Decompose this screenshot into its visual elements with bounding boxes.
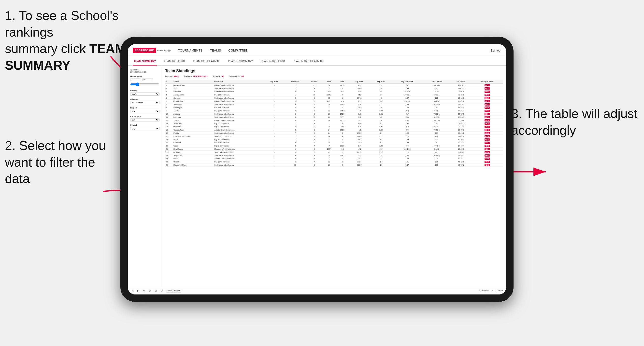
nav-bar: SCOREBOARD Powered by clippi TOURNAMENTS… xyxy=(128,44,506,57)
cell-no-tour: 7 xyxy=(306,151,323,154)
table-row: 15 Georgia Tech Atlantic Coast Conferenc… xyxy=(165,128,503,132)
cell-overall-record: 262 xyxy=(422,106,451,109)
cell-conference: Southeastern Conference xyxy=(214,90,264,93)
cell-avg-rank: - xyxy=(264,132,285,135)
table-row: 20 Texas Big 12 Conference - 3 7 7 278.9… xyxy=(165,144,503,148)
col-vs-top25: Vs Top 25 xyxy=(451,80,471,84)
cell-conference: Pac-12 Conference xyxy=(214,160,264,164)
tab-player-h2h-heatmap[interactable]: PLAYER H2H HEATMAP xyxy=(292,57,324,65)
cell-rnds: 23 xyxy=(323,112,336,116)
view-original-button[interactable]: View: Original xyxy=(166,289,181,293)
filter-max-input[interactable] xyxy=(142,79,153,81)
cell-conference: Big 12 Conference xyxy=(214,125,264,128)
cell-avg-rank: - xyxy=(264,164,285,167)
toolbar-expand[interactable]: ⤢ xyxy=(490,289,494,293)
cell-avg-par: 1.44 xyxy=(370,144,392,148)
cell-wins: 6 xyxy=(336,87,349,90)
col-avg-par: Avg. to Par xyxy=(370,80,392,84)
cell-school: Oregon xyxy=(173,160,214,164)
cell-vs-top50-pts: 87.21 xyxy=(471,87,503,90)
tab-team-h2h-heatmap[interactable]: TEAM H2H HEATMAP xyxy=(192,57,221,65)
cell-overall-record: 83-15-0 xyxy=(422,119,451,122)
filter-min-slider[interactable] xyxy=(130,82,160,86)
cell-avg-par: 2.11 xyxy=(370,103,392,106)
cell-overall-record: 260 xyxy=(422,141,451,144)
update-time: Update time: 27/03/2024 16:56:26 xyxy=(130,69,160,73)
cell-vs-top50-pts: 85.49 xyxy=(471,106,503,109)
cell-avg-par: 2.7 xyxy=(370,84,392,87)
cell-no-tour: 23 xyxy=(306,84,323,87)
cell-school: Georgia xyxy=(173,151,214,154)
cell-conference: Big 12 Conference xyxy=(214,144,264,148)
cell-vs-top25: 79-25-1 xyxy=(451,93,471,96)
cell-rnds: 24 xyxy=(323,132,336,135)
division-select[interactable]: NCAA Division I NCAA Division II NCAA Di… xyxy=(130,101,160,104)
toolbar-forward[interactable]: ▶ xyxy=(136,289,140,293)
cell-no-tour: 9 xyxy=(306,148,323,151)
cell-wins: 4 xyxy=(336,132,349,135)
watch-button[interactable]: 👁 Watch ▾ xyxy=(479,290,489,292)
table-row: 19 California Pac-12 Conference - 4 8 24… xyxy=(165,141,503,144)
cell-school: Texas Tech xyxy=(173,122,214,125)
filter-min-input[interactable] xyxy=(130,79,141,81)
cell-rnds: 2 xyxy=(323,125,336,128)
cell-conference: Atlantic Coast Conference xyxy=(214,119,264,122)
toolbar-home[interactable]: ⊙ xyxy=(148,289,152,293)
cell-conf-rank: 1 xyxy=(284,135,306,138)
logo: SCOREBOARD xyxy=(133,48,156,53)
toolbar-clock[interactable]: ⏱ xyxy=(160,289,164,293)
cell-avg-low: 2.88 xyxy=(392,87,422,90)
cell-avg-par: -5.8 xyxy=(370,151,392,154)
cell-school: Tennessee xyxy=(173,103,214,106)
cell-avg-par: -6 xyxy=(370,106,392,109)
gender-select[interactable]: Men's Women's xyxy=(130,93,160,96)
cell-no-tour: 9 xyxy=(306,87,323,90)
nav-teams[interactable]: TEAMS xyxy=(210,49,221,52)
sign-out-link[interactable]: Sign out xyxy=(490,49,501,52)
cell-avg-rank: - xyxy=(264,144,285,148)
cell-conf-rank: 3 xyxy=(284,96,306,100)
cell-rnds: 21 xyxy=(323,151,336,154)
cell-vs-top50-pts: 80.21 xyxy=(471,103,503,106)
cell-avg-par: -5.1 xyxy=(370,141,392,144)
table-row: 8 Washington Pac-12 Conference - 2 8 23 … xyxy=(165,106,503,109)
cell-school: Virginia xyxy=(173,119,214,122)
cell-adj-score: -4.6 xyxy=(349,109,370,112)
col-rank: # xyxy=(165,80,173,84)
cell-conf-rank: 1 xyxy=(284,87,306,90)
cell-conference: Southeastern Conference xyxy=(214,132,264,135)
conference-select[interactable]: (All) ACC SEC xyxy=(130,118,160,122)
share-button[interactable]: ⤴ Share xyxy=(496,290,503,292)
cell-avg-par: 209 xyxy=(370,90,392,93)
cell-avg-rank: - xyxy=(264,141,285,144)
cell-school: Alabama xyxy=(173,112,214,116)
cell-rank: 12 xyxy=(165,119,173,122)
table-row: 11 Arkansas Southeastern Conference - 6 … xyxy=(165,116,503,119)
table-row: 5 Ole Miss Southeastern Conference - 3 6… xyxy=(165,96,503,100)
school-select[interactable]: (All) xyxy=(130,127,160,130)
tab-team-summary[interactable]: TEAM SUMMARY xyxy=(133,57,157,65)
tab-team-h2h-grid[interactable]: TEAM H2H GRID xyxy=(163,57,186,65)
nav-tournaments[interactable]: TOURNAMENTS xyxy=(178,49,202,52)
table-body: 1 North Carolina Atlantic Coast Conferen… xyxy=(165,84,503,167)
cell-rank: 10 xyxy=(165,112,173,116)
cell-vs-top25: 86-25-1 xyxy=(451,106,471,109)
toolbar-refresh[interactable]: ↻ xyxy=(142,289,146,293)
cell-school: Oklahoma xyxy=(173,125,214,128)
cell-vs-top50-pts: 48.54 xyxy=(471,151,503,154)
col-vs-top50-pts: Vs Top 50 Points xyxy=(471,80,503,84)
cell-vs-top25: 82-05-1 xyxy=(451,138,471,141)
toolbar-grid[interactable]: ⊞ xyxy=(154,289,158,293)
cell-avg-rank: - xyxy=(264,154,285,157)
tab-player-summary[interactable]: PLAYER SUMMARY xyxy=(227,57,254,65)
tab-player-h2h-grid[interactable]: PLAYER H2H GRID xyxy=(260,57,286,65)
cell-vs-top25: 63-15-1 xyxy=(451,96,471,100)
cell-conference: Pac-12 Conference xyxy=(214,141,264,144)
cell-avg-par: -0.4 xyxy=(370,157,392,160)
cell-rnds: 27 xyxy=(323,122,336,125)
toolbar-back[interactable]: ◀ xyxy=(131,289,134,293)
table-row: 4 Arizona State Pac-12 Conference - 1 26… xyxy=(165,93,503,96)
region-select[interactable]: N/A All xyxy=(130,110,160,113)
nav-committee[interactable]: COMMITTEE xyxy=(228,49,248,52)
col-adj-score: Adj. Score xyxy=(349,80,370,84)
